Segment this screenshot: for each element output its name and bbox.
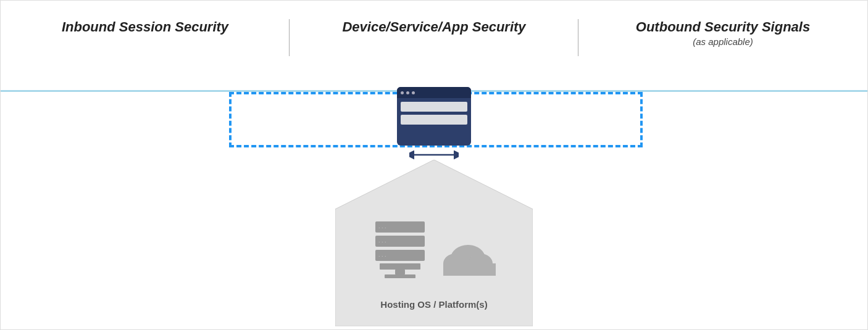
svg-rect-15 <box>443 270 496 276</box>
browser-body <box>397 98 471 128</box>
browser-dot-2 <box>406 91 409 94</box>
double-arrow-container <box>409 149 459 161</box>
diagram-container: Inbound Session Security Device/Service/… <box>0 0 868 330</box>
col-outbound: Outbound Security Signals (as applicable… <box>578 19 867 47</box>
browser-dot-3 <box>412 91 415 94</box>
double-arrow <box>409 149 459 161</box>
header-row: Inbound Session Security Device/Service/… <box>1 1 867 47</box>
browser-bar-1 <box>401 102 467 112</box>
svg-rect-8 <box>380 263 420 270</box>
inbound-title: Inbound Session Security <box>13 19 277 35</box>
svg-text:· · ·: · · · <box>378 253 386 259</box>
browser-window <box>397 87 471 146</box>
browser-dot-1 <box>401 91 404 94</box>
browser-titlebar <box>397 87 471 98</box>
browser-icon <box>397 87 471 146</box>
svg-rect-9 <box>395 270 405 274</box>
col-device: Device/Service/App Security <box>290 19 578 47</box>
col-inbound: Inbound Session Security <box>1 19 290 47</box>
device-title: Device/Service/App Security <box>302 19 566 35</box>
outbound-title: Outbound Security Signals <box>591 19 855 35</box>
browser-bar-2 <box>401 115 467 125</box>
svg-rect-10 <box>385 274 415 278</box>
outbound-subtitle: (as applicable) <box>591 36 855 47</box>
svg-text:Hosting OS / Platform(s): Hosting OS / Platform(s) <box>380 299 487 310</box>
platform-shape: · · · · · · · · · Hosting OS / Platform(… <box>335 160 533 326</box>
svg-text:· · ·: · · · <box>378 239 386 245</box>
svg-text:· · ·: · · · <box>378 225 386 231</box>
